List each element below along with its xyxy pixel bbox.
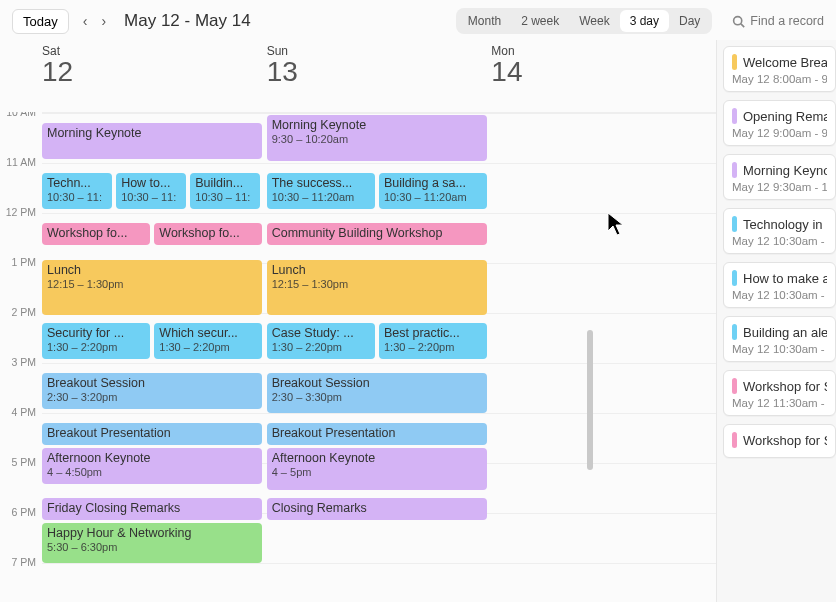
view-day[interactable]: Day: [669, 10, 710, 32]
event-title: Morning Keynote: [272, 118, 482, 133]
record-card[interactable]: Workshop for SMay 12 11:30am -: [723, 370, 836, 416]
hour-label: 11 AM: [0, 156, 42, 206]
record-subtitle: May 12 10:30am -: [732, 235, 827, 247]
record-subtitle: May 12 10:30am -: [732, 289, 827, 301]
calendar-event[interactable]: Breakout Session2:30 – 3:20pm: [42, 373, 262, 409]
record-card[interactable]: Morning KeynoMay 12 9:30am - 1: [723, 154, 836, 200]
calendar-event[interactable]: Morning Keynote: [42, 123, 262, 159]
calendar-event[interactable]: The success...10:30 – 11:20am: [267, 173, 375, 209]
hour-label: 12 PM: [0, 206, 42, 256]
event-time: 10:30 – 11:: [195, 191, 255, 204]
calendar-event[interactable]: Security for ...1:30 – 2:20pm: [42, 323, 150, 359]
event-title: Case Study: ...: [272, 326, 370, 341]
event-title: Morning Keynote: [47, 126, 257, 141]
calendar-event[interactable]: Afternoon Keynote4 – 4:50pm: [42, 448, 262, 484]
view-3day[interactable]: 3 day: [620, 10, 669, 32]
calendar-event[interactable]: Buildin...10:30 – 11:: [190, 173, 260, 209]
view-2week[interactable]: 2 week: [511, 10, 569, 32]
event-time: 10:30 – 11:20am: [384, 191, 482, 204]
event-title: Lunch: [47, 263, 257, 278]
calendar-event[interactable]: Best practic...1:30 – 2:20pm: [379, 323, 487, 359]
calendar-event[interactable]: Workshop fo...: [42, 223, 150, 245]
event-title: Breakout Session: [272, 376, 482, 391]
record-subtitle: May 12 8:00am - 9: [732, 73, 827, 85]
color-pill: [732, 216, 737, 232]
record-card[interactable]: Opening RemaMay 12 9:00am - 9: [723, 100, 836, 146]
color-pill: [732, 270, 737, 286]
calendar-event[interactable]: Workshop fo...: [154, 223, 262, 245]
record-list: Welcome BreaMay 12 8:00am - 9Opening Rem…: [716, 40, 836, 602]
calendar-event[interactable]: Closing Remarks: [267, 498, 487, 520]
record-title: Technology in: [743, 217, 823, 232]
record-card[interactable]: Workshop for S: [723, 424, 836, 458]
calendar-event[interactable]: Breakout Presentation: [267, 423, 487, 445]
record-title: How to make a: [743, 271, 827, 286]
color-pill: [732, 378, 737, 394]
calendar-event[interactable]: Morning Keynote9:30 – 10:20am: [267, 115, 487, 161]
scrollbar-thumb[interactable]: [587, 330, 593, 470]
event-title: Buildin...: [195, 176, 255, 191]
color-pill: [732, 432, 737, 448]
calendar-event[interactable]: Techn...10:30 – 11:: [42, 173, 112, 209]
calendar-event[interactable]: Community Building Workshop: [267, 223, 487, 245]
event-title: Afternoon Keynote: [272, 451, 482, 466]
day-column[interactable]: [491, 113, 716, 602]
event-title: Breakout Presentation: [272, 426, 482, 441]
event-time: 10:30 – 11:: [121, 191, 181, 204]
record-subtitle: May 12 9:00am - 9: [732, 127, 827, 139]
prev-button[interactable]: ‹: [79, 11, 92, 31]
event-title: How to...: [121, 176, 181, 191]
event-title: Community Building Workshop: [272, 226, 482, 241]
color-pill: [732, 324, 737, 340]
view-month[interactable]: Month: [458, 10, 511, 32]
event-title: The success...: [272, 176, 370, 191]
record-title: Welcome Brea: [743, 55, 827, 70]
calendar-event[interactable]: Breakout Presentation: [42, 423, 262, 445]
view-week[interactable]: Week: [569, 10, 619, 32]
event-title: Techn...: [47, 176, 107, 191]
day-of-month: 12: [42, 58, 267, 86]
next-button[interactable]: ›: [97, 11, 110, 31]
calendar-event[interactable]: Which secur...1:30 – 2:20pm: [154, 323, 262, 359]
event-title: Breakout Presentation: [47, 426, 257, 441]
record-title: Opening Rema: [743, 109, 827, 124]
calendar-event[interactable]: Lunch12:15 – 1:30pm: [42, 260, 262, 315]
day-column[interactable]: Morning KeynoteTechn...10:30 – 11:How to…: [42, 113, 267, 602]
event-time: 10:30 – 11:: [47, 191, 107, 204]
event-title: Security for ...: [47, 326, 145, 341]
record-card[interactable]: Building an aleMay 12 10:30am -: [723, 316, 836, 362]
record-title: Building an ale: [743, 325, 827, 340]
hour-label: 3 PM: [0, 356, 42, 406]
record-card[interactable]: Welcome BreaMay 12 8:00am - 9: [723, 46, 836, 92]
event-time: 1:30 – 2:20pm: [384, 341, 482, 354]
record-card[interactable]: Technology inMay 12 10:30am -: [723, 208, 836, 254]
color-pill: [732, 54, 737, 70]
calendar-event[interactable]: How to...10:30 – 11:: [116, 173, 186, 209]
svg-line-1: [741, 23, 744, 26]
record-card[interactable]: How to make aMay 12 10:30am -: [723, 262, 836, 308]
event-title: Building a sa...: [384, 176, 482, 191]
event-title: Best practic...: [384, 326, 482, 341]
event-time: 1:30 – 2:20pm: [47, 341, 145, 354]
hour-label: 4 PM: [0, 406, 42, 456]
calendar-event[interactable]: Friday Closing Remarks: [42, 498, 262, 520]
calendar-event[interactable]: Case Study: ...1:30 – 2:20pm: [267, 323, 375, 359]
day-column[interactable]: Morning Keynote9:30 – 10:20amThe success…: [267, 113, 492, 602]
calendar-event[interactable]: Breakout Session2:30 – 3:30pm: [267, 373, 487, 413]
event-time: 1:30 – 2:20pm: [272, 341, 370, 354]
calendar-event[interactable]: Lunch12:15 – 1:30pm: [267, 260, 487, 315]
event-time: 2:30 – 3:20pm: [47, 391, 257, 404]
event-title: Happy Hour & Networking: [47, 526, 257, 541]
hour-label: 7 PM: [0, 556, 42, 602]
hour-label: 2 PM: [0, 306, 42, 356]
event-time: 12:15 – 1:30pm: [47, 278, 257, 291]
svg-point-0: [734, 16, 742, 24]
event-time: 1:30 – 2:20pm: [159, 341, 257, 354]
calendar-event[interactable]: Happy Hour & Networking5:30 – 6:30pm: [42, 523, 262, 563]
calendar-event[interactable]: Building a sa...10:30 – 11:20am: [379, 173, 487, 209]
today-button[interactable]: Today: [12, 9, 69, 34]
search-input[interactable]: Find a record: [732, 14, 824, 28]
record-subtitle: May 12 11:30am -: [732, 397, 827, 409]
calendar-event[interactable]: Afternoon Keynote4 – 5pm: [267, 448, 487, 490]
event-time: 12:15 – 1:30pm: [272, 278, 482, 291]
